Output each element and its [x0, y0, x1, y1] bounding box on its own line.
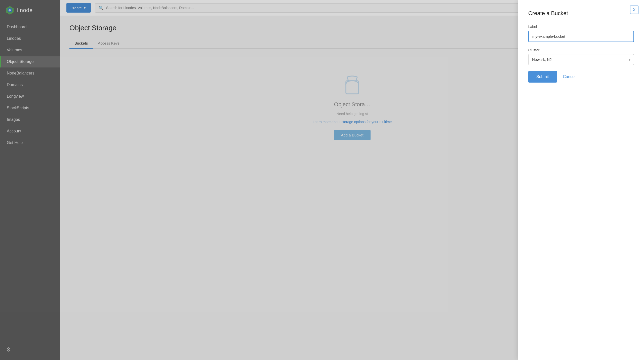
label-form-group: Label — [528, 25, 634, 42]
submit-button[interactable]: Submit — [528, 71, 557, 83]
close-button[interactable]: X — [630, 6, 638, 14]
form-actions: Submit Cancel — [528, 71, 634, 83]
modal-overlay[interactable]: X Create a Bucket Label Cluster Newark, … — [0, 0, 644, 360]
label-field-label: Label — [528, 25, 634, 29]
cluster-form-group: Cluster Newark, NJFrankfurt, DESingapore… — [528, 48, 634, 65]
label-input[interactable] — [528, 31, 634, 42]
cancel-button[interactable]: Cancel — [563, 75, 576, 79]
cluster-select[interactable]: Newark, NJFrankfurt, DESingapore, SGAtla… — [528, 54, 634, 65]
create-bucket-drawer: X Create a Bucket Label Cluster Newark, … — [518, 0, 644, 360]
cluster-field-label: Cluster — [528, 48, 634, 52]
drawer-title: Create a Bucket — [528, 10, 634, 17]
cluster-select-wrapper: Newark, NJFrankfurt, DESingapore, SGAtla… — [528, 54, 634, 65]
